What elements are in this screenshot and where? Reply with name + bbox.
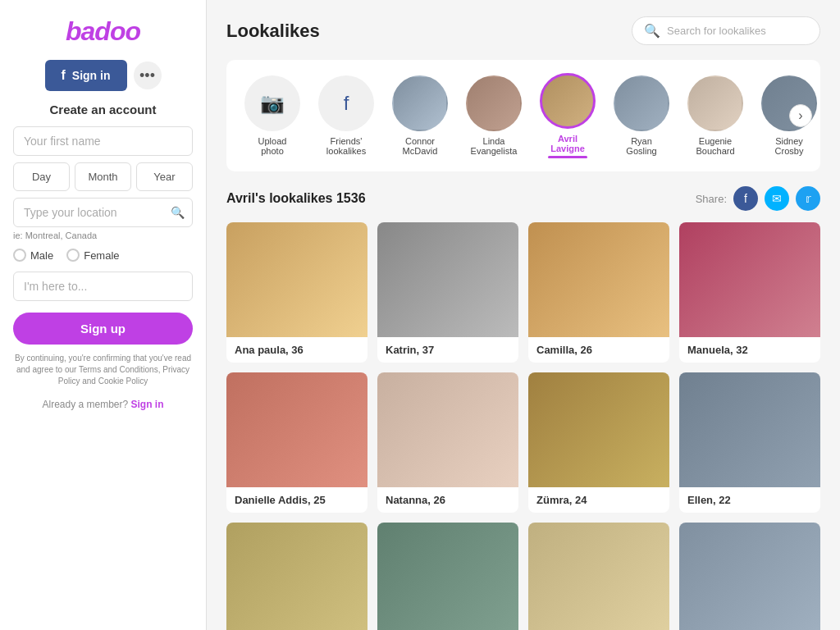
- day-select[interactable]: Day: [13, 162, 70, 191]
- upload-label: Uploadphoto: [258, 136, 287, 156]
- upload-photo-item[interactable]: 📷 Uploadphoto: [240, 75, 305, 156]
- lookalike-img-natanna: [377, 372, 518, 487]
- signin-link[interactable]: Sign in: [131, 399, 164, 410]
- lookalike-card-natanna[interactable]: Natanna, 26: [377, 372, 518, 513]
- lookalike-name-danielle: Danielle Addis, 25: [226, 487, 368, 513]
- search-icon: 🔍: [644, 23, 660, 39]
- lookalike-img-katrin: [377, 222, 518, 337]
- lookalike-card-ellen[interactable]: Ellen, 22: [679, 372, 820, 513]
- celeb-item-connor[interactable]: ConnorMcDavid: [387, 75, 453, 156]
- lookalike-card-ana[interactable]: Ana paula, 36: [226, 222, 368, 363]
- upload-icon: 📷: [260, 92, 285, 115]
- location-wrap: 🔍: [13, 198, 193, 227]
- friends-label: Friends'lookalikes: [326, 136, 366, 156]
- lookalike-img-ana: [226, 222, 368, 337]
- share-messenger-button[interactable]: ✉: [765, 186, 789, 211]
- friends-icon: f: [344, 92, 349, 115]
- location-input[interactable]: [13, 198, 193, 227]
- next-button[interactable]: ›: [789, 104, 812, 127]
- female-label: Female: [84, 249, 119, 262]
- more-options-button[interactable]: •••: [134, 62, 162, 89]
- lookalike-card-manuela[interactable]: Manuela, 32: [679, 222, 820, 363]
- search-bar: 🔍: [632, 16, 820, 45]
- lookalike-card-row3a[interactable]: [226, 523, 368, 630]
- female-radio[interactable]: [66, 249, 80, 262]
- lookalike-card-row3b[interactable]: [377, 523, 518, 630]
- upload-avatar: 📷: [244, 75, 300, 131]
- avril-name: AvrilLavigne: [550, 134, 585, 153]
- connor-avatar: [392, 75, 448, 131]
- celeb-item-linda[interactable]: LindaEvangelista: [461, 75, 527, 156]
- lookalike-name-ellen: Ellen, 22: [679, 487, 820, 513]
- search-input[interactable]: [667, 25, 808, 37]
- lookalike-name-manuela: Manuela, 32: [679, 337, 820, 363]
- lookalike-card-camilla[interactable]: Camilla, 26: [528, 222, 669, 363]
- share-twitter-button[interactable]: 𝕣: [796, 186, 820, 211]
- celeb-item-avril[interactable]: AvrilLavigne: [535, 73, 600, 158]
- lookalike-img-row3d: [679, 523, 820, 630]
- lookalike-card-katrin[interactable]: Katrin, 37: [377, 222, 518, 363]
- already-member-row: Already a member? Sign in: [42, 399, 163, 410]
- lookalike-img-zumra: [528, 372, 669, 487]
- eugenie-avatar: [687, 75, 743, 131]
- male-label: Male: [30, 249, 53, 262]
- signin-row: f Sign in •••: [45, 60, 162, 91]
- eugenie-name: EugenieBouchard: [696, 136, 734, 156]
- linda-avatar: [466, 75, 522, 131]
- lookalike-img-ellen: [679, 372, 820, 487]
- page-title: Lookalikes: [226, 21, 320, 42]
- month-select[interactable]: Month: [75, 162, 131, 191]
- avril-avatar: [540, 73, 596, 129]
- gender-row: Male Female: [13, 249, 120, 262]
- lookalike-img-camilla: [528, 222, 669, 337]
- ryan-name: RyanGosling: [626, 136, 656, 156]
- sidney-name: SidneyCrosby: [775, 136, 804, 156]
- celebrity-row: 📷 Uploadphoto f Friends'lookalikes Conno…: [226, 60, 820, 171]
- sidebar: badoo f Sign in ••• Create an account Da…: [0, 0, 207, 630]
- friends-lookalikes-item[interactable]: f Friends'lookalikes: [313, 75, 379, 156]
- lookalike-name-camilla: Camilla, 26: [528, 337, 669, 363]
- share-facebook-button[interactable]: f: [733, 186, 758, 211]
- first-name-input[interactable]: [13, 126, 193, 156]
- share-label: Share:: [696, 193, 727, 205]
- year-select[interactable]: Year: [136, 162, 193, 191]
- lookalike-name-ana: Ana paula, 36: [226, 337, 368, 363]
- section-header: Avril's lookalikes 1536 Share: f ✉ 𝕣: [226, 186, 820, 211]
- lookalike-name-zumra: Zümra, 24: [528, 487, 669, 513]
- gender-male-option[interactable]: Male: [13, 249, 53, 262]
- facebook-icon: f: [62, 68, 66, 83]
- create-account-heading: Create an account: [49, 103, 156, 116]
- app-logo: badoo: [66, 16, 140, 47]
- main-header: Lookalikes 🔍: [226, 16, 820, 45]
- lookalike-name-katrin: Katrin, 37: [377, 337, 518, 363]
- share-row: Share: f ✉ 𝕣: [696, 186, 820, 211]
- birth-date-row: Day Month Year: [13, 162, 193, 191]
- celeb-item-eugenie[interactable]: EugenieBouchard: [682, 75, 748, 156]
- signup-button[interactable]: Sign up: [13, 313, 193, 345]
- gender-female-option[interactable]: Female: [66, 249, 119, 262]
- active-underline: [548, 156, 587, 158]
- lookalikes-title: Avril's lookalikes 1536: [226, 191, 366, 206]
- location-search-icon: 🔍: [171, 206, 185, 219]
- lookalike-card-danielle[interactable]: Danielle Addis, 25: [226, 372, 368, 513]
- lookalike-card-zumra[interactable]: Zümra, 24: [528, 372, 669, 513]
- male-radio[interactable]: [13, 249, 26, 262]
- lookalikes-grid: Ana paula, 36 Katrin, 37 Camilla, 26 Man…: [226, 222, 820, 630]
- lookalike-img-row3c: [528, 523, 669, 630]
- lookalike-name-natanna: Natanna, 26: [377, 487, 518, 513]
- connor-name: ConnorMcDavid: [403, 136, 438, 156]
- ryan-avatar: [614, 75, 669, 131]
- lookalike-card-row3d[interactable]: [679, 523, 820, 630]
- lookalike-img-row3a: [226, 523, 368, 630]
- lookalike-card-row3c[interactable]: [528, 523, 669, 630]
- terms-text: By continuing, you're confirming that yo…: [13, 353, 193, 387]
- linda-name: LindaEvangelista: [471, 136, 518, 156]
- lookalike-img-manuela: [679, 222, 820, 337]
- here-to-select[interactable]: I'm here to...: [13, 272, 193, 301]
- lookalike-img-danielle: [226, 372, 368, 487]
- signin-button[interactable]: f Sign in: [45, 60, 127, 91]
- lookalike-img-row3b: [377, 523, 518, 630]
- celeb-item-ryan[interactable]: RyanGosling: [609, 75, 674, 156]
- location-hint: ie: Montreal, Canada: [13, 231, 97, 240]
- main-content: Lookalikes 🔍 📷 Uploadphoto f Friends'loo…: [207, 0, 840, 630]
